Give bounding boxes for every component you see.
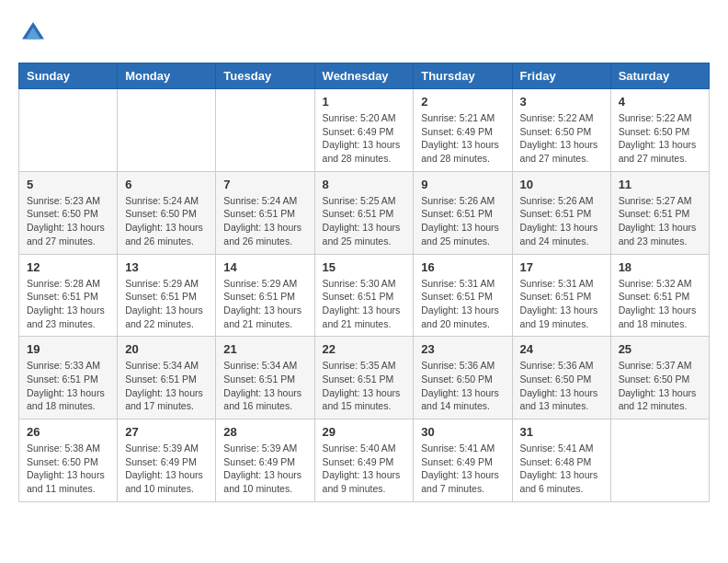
day-info-10: Sunrise: 5:26 AM Sunset: 6:51 PM Dayligh… <box>520 194 603 248</box>
day-number-26: 26 <box>27 425 109 439</box>
calendar-table: SundayMondayTuesdayWednesdayThursdayFrid… <box>18 63 710 502</box>
day-info-6: Sunrise: 5:24 AM Sunset: 6:50 PM Dayligh… <box>125 194 208 248</box>
day-info-5: Sunrise: 5:23 AM Sunset: 6:50 PM Dayligh… <box>27 194 109 248</box>
day-info-3: Sunrise: 5:22 AM Sunset: 6:50 PM Dayligh… <box>520 111 603 166</box>
day-info-24: Sunrise: 5:36 AM Sunset: 6:50 PM Dayligh… <box>520 359 603 413</box>
day-cell-2: 2Sunrise: 5:21 AM Sunset: 6:49 PM Daylig… <box>414 89 512 172</box>
weekday-header-wednesday: Wednesday <box>314 63 414 89</box>
day-cell-4: 4Sunrise: 5:22 AM Sunset: 6:50 PM Daylig… <box>610 89 709 172</box>
weekday-header-tuesday: Tuesday <box>216 63 314 89</box>
day-number-10: 10 <box>520 178 603 191</box>
day-number-28: 28 <box>223 425 306 439</box>
day-info-16: Sunrise: 5:31 AM Sunset: 6:51 PM Dayligh… <box>421 277 504 331</box>
day-number-15: 15 <box>323 260 406 274</box>
day-cell-14: 14Sunrise: 5:29 AM Sunset: 6:51 PM Dayli… <box>216 254 314 337</box>
day-number-14: 14 <box>223 260 306 274</box>
day-number-25: 25 <box>619 342 701 356</box>
day-number-13: 13 <box>125 260 208 274</box>
day-cell-11: 11Sunrise: 5:27 AM Sunset: 6:51 PM Dayli… <box>610 171 709 254</box>
day-number-3: 3 <box>520 95 603 109</box>
weekday-header-friday: Friday <box>512 63 610 89</box>
week-row-4: 19Sunrise: 5:33 AM Sunset: 6:51 PM Dayli… <box>19 337 710 419</box>
day-cell-3: 3Sunrise: 5:22 AM Sunset: 6:50 PM Daylig… <box>512 89 610 172</box>
day-number-17: 17 <box>520 260 603 274</box>
day-info-2: Sunrise: 5:21 AM Sunset: 6:49 PM Dayligh… <box>421 111 504 166</box>
day-number-19: 19 <box>27 342 109 356</box>
day-info-15: Sunrise: 5:30 AM Sunset: 6:51 PM Dayligh… <box>323 277 406 331</box>
day-info-20: Sunrise: 5:34 AM Sunset: 6:51 PM Dayligh… <box>125 359 208 413</box>
day-cell-12: 12Sunrise: 5:28 AM Sunset: 6:51 PM Dayli… <box>19 254 118 337</box>
page-header <box>18 18 710 48</box>
day-number-1: 1 <box>323 95 406 109</box>
day-info-17: Sunrise: 5:31 AM Sunset: 6:51 PM Dayligh… <box>520 277 603 331</box>
day-number-30: 30 <box>421 425 504 439</box>
day-cell-18: 18Sunrise: 5:32 AM Sunset: 6:51 PM Dayli… <box>610 254 709 337</box>
day-cell-28: 28Sunrise: 5:39 AM Sunset: 6:49 PM Dayli… <box>216 419 314 502</box>
day-info-21: Sunrise: 5:34 AM Sunset: 6:51 PM Dayligh… <box>223 359 306 413</box>
day-info-22: Sunrise: 5:35 AM Sunset: 6:51 PM Dayligh… <box>323 359 406 413</box>
day-cell-5: 5Sunrise: 5:23 AM Sunset: 6:50 PM Daylig… <box>19 171 118 254</box>
day-number-27: 27 <box>125 425 208 439</box>
day-number-5: 5 <box>27 178 109 191</box>
day-cell-15: 15Sunrise: 5:30 AM Sunset: 6:51 PM Dayli… <box>314 254 414 337</box>
day-info-27: Sunrise: 5:39 AM Sunset: 6:49 PM Dayligh… <box>125 442 208 496</box>
week-row-1: 1Sunrise: 5:20 AM Sunset: 6:49 PM Daylig… <box>19 89 710 172</box>
day-info-8: Sunrise: 5:25 AM Sunset: 6:51 PM Dayligh… <box>323 194 406 248</box>
weekday-header-row: SundayMondayTuesdayWednesdayThursdayFrid… <box>19 63 710 89</box>
day-number-12: 12 <box>27 260 109 274</box>
day-number-11: 11 <box>619 178 701 191</box>
day-cell-23: 23Sunrise: 5:36 AM Sunset: 6:50 PM Dayli… <box>414 337 512 419</box>
day-info-25: Sunrise: 5:37 AM Sunset: 6:50 PM Dayligh… <box>619 359 701 413</box>
day-info-18: Sunrise: 5:32 AM Sunset: 6:51 PM Dayligh… <box>619 277 701 331</box>
day-cell-24: 24Sunrise: 5:36 AM Sunset: 6:50 PM Dayli… <box>512 337 610 419</box>
day-cell-10: 10Sunrise: 5:26 AM Sunset: 6:51 PM Dayli… <box>512 171 610 254</box>
day-cell-25: 25Sunrise: 5:37 AM Sunset: 6:50 PM Dayli… <box>610 337 709 419</box>
day-info-13: Sunrise: 5:29 AM Sunset: 6:51 PM Dayligh… <box>125 277 208 331</box>
day-number-16: 16 <box>421 260 504 274</box>
empty-cell <box>19 89 118 172</box>
day-cell-9: 9Sunrise: 5:26 AM Sunset: 6:51 PM Daylig… <box>414 171 512 254</box>
logo-icon <box>18 18 48 48</box>
day-info-30: Sunrise: 5:41 AM Sunset: 6:49 PM Dayligh… <box>421 442 504 496</box>
day-info-11: Sunrise: 5:27 AM Sunset: 6:51 PM Dayligh… <box>619 194 701 248</box>
week-row-2: 5Sunrise: 5:23 AM Sunset: 6:50 PM Daylig… <box>19 171 710 254</box>
weekday-header-sunday: Sunday <box>19 63 118 89</box>
week-row-3: 12Sunrise: 5:28 AM Sunset: 6:51 PM Dayli… <box>19 254 710 337</box>
day-info-28: Sunrise: 5:39 AM Sunset: 6:49 PM Dayligh… <box>223 442 306 496</box>
empty-cell <box>610 419 709 502</box>
day-cell-26: 26Sunrise: 5:38 AM Sunset: 6:50 PM Dayli… <box>19 419 118 502</box>
day-info-29: Sunrise: 5:40 AM Sunset: 6:49 PM Dayligh… <box>323 442 406 496</box>
day-number-9: 9 <box>421 178 504 191</box>
day-number-22: 22 <box>323 342 406 356</box>
day-info-9: Sunrise: 5:26 AM Sunset: 6:51 PM Dayligh… <box>421 194 504 248</box>
day-info-23: Sunrise: 5:36 AM Sunset: 6:50 PM Dayligh… <box>421 359 504 413</box>
day-cell-16: 16Sunrise: 5:31 AM Sunset: 6:51 PM Dayli… <box>414 254 512 337</box>
day-cell-29: 29Sunrise: 5:40 AM Sunset: 6:49 PM Dayli… <box>314 419 414 502</box>
day-number-6: 6 <box>125 178 208 191</box>
day-number-21: 21 <box>223 342 306 356</box>
weekday-header-monday: Monday <box>118 63 216 89</box>
day-number-23: 23 <box>421 342 504 356</box>
day-cell-22: 22Sunrise: 5:35 AM Sunset: 6:51 PM Dayli… <box>314 337 414 419</box>
day-cell-1: 1Sunrise: 5:20 AM Sunset: 6:49 PM Daylig… <box>314 89 414 172</box>
day-cell-8: 8Sunrise: 5:25 AM Sunset: 6:51 PM Daylig… <box>314 171 414 254</box>
logo <box>18 18 51 48</box>
day-cell-13: 13Sunrise: 5:29 AM Sunset: 6:51 PM Dayli… <box>118 254 216 337</box>
day-cell-20: 20Sunrise: 5:34 AM Sunset: 6:51 PM Dayli… <box>118 337 216 419</box>
week-row-5: 26Sunrise: 5:38 AM Sunset: 6:50 PM Dayli… <box>19 419 710 502</box>
day-number-4: 4 <box>619 95 701 109</box>
day-info-31: Sunrise: 5:41 AM Sunset: 6:48 PM Dayligh… <box>520 442 603 496</box>
day-cell-31: 31Sunrise: 5:41 AM Sunset: 6:48 PM Dayli… <box>512 419 610 502</box>
day-info-4: Sunrise: 5:22 AM Sunset: 6:50 PM Dayligh… <box>619 111 701 166</box>
day-info-12: Sunrise: 5:28 AM Sunset: 6:51 PM Dayligh… <box>27 277 109 331</box>
empty-cell <box>216 89 314 172</box>
day-number-18: 18 <box>619 260 701 274</box>
day-cell-21: 21Sunrise: 5:34 AM Sunset: 6:51 PM Dayli… <box>216 337 314 419</box>
day-info-19: Sunrise: 5:33 AM Sunset: 6:51 PM Dayligh… <box>27 359 109 413</box>
day-number-20: 20 <box>125 342 208 356</box>
empty-cell <box>118 89 216 172</box>
day-cell-17: 17Sunrise: 5:31 AM Sunset: 6:51 PM Dayli… <box>512 254 610 337</box>
weekday-header-thursday: Thursday <box>414 63 512 89</box>
day-info-1: Sunrise: 5:20 AM Sunset: 6:49 PM Dayligh… <box>323 111 406 166</box>
day-number-24: 24 <box>520 342 603 356</box>
